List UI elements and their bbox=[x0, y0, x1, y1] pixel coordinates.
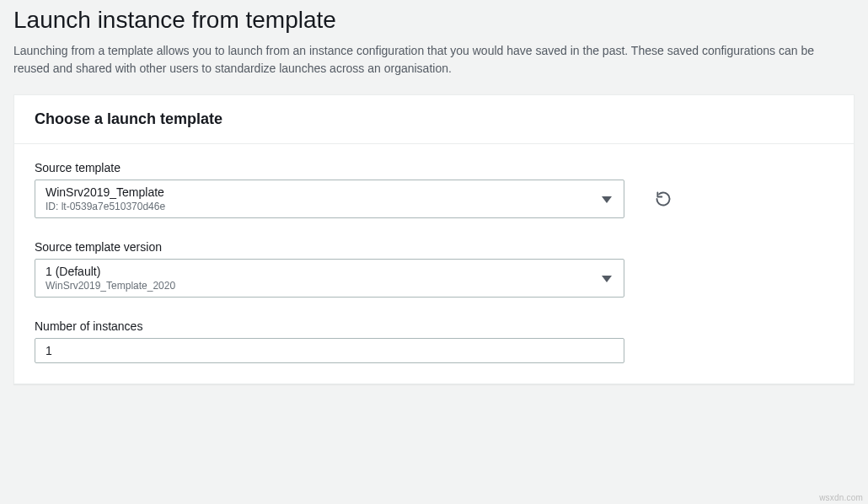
page-title: Launch instance from template bbox=[13, 7, 855, 34]
number-of-instances-field: Number of instances bbox=[35, 319, 833, 363]
source-template-field: Source template WinSrv2019_Template ID: … bbox=[35, 161, 833, 218]
number-of-instances-input[interactable] bbox=[35, 338, 624, 363]
source-template-select[interactable]: WinSrv2019_Template ID: lt-0539a7e510370… bbox=[35, 180, 624, 218]
source-template-version-value: 1 (Default) bbox=[46, 265, 593, 278]
page-description: Launching from a template allows you to … bbox=[13, 42, 839, 78]
caret-down-icon bbox=[602, 191, 612, 206]
choose-launch-template-panel: Choose a launch template Source template… bbox=[13, 94, 855, 384]
source-template-value: WinSrv2019_Template bbox=[46, 185, 593, 199]
number-of-instances-label: Number of instances bbox=[35, 319, 833, 333]
panel-header: Choose a launch template bbox=[14, 95, 854, 144]
source-template-label: Source template bbox=[35, 161, 833, 174]
svg-marker-0 bbox=[602, 196, 612, 203]
source-template-id: ID: lt-0539a7e510370d46e bbox=[46, 201, 593, 212]
watermark: wsxdn.com bbox=[819, 493, 863, 502]
panel-title: Choose a launch template bbox=[35, 110, 833, 128]
panel-body: Source template WinSrv2019_Template ID: … bbox=[14, 144, 854, 383]
source-template-version-select[interactable]: 1 (Default) WinSrv2019_Template_2020 bbox=[35, 259, 624, 298]
source-template-version-label: Source template version bbox=[35, 240, 833, 254]
caret-down-icon bbox=[602, 271, 612, 286]
refresh-button[interactable] bbox=[650, 185, 677, 212]
svg-marker-1 bbox=[602, 276, 612, 282]
source-template-version-subvalue: WinSrv2019_Template_2020 bbox=[46, 280, 593, 292]
refresh-icon bbox=[655, 190, 672, 207]
source-template-version-field: Source template version 1 (Default) WinS… bbox=[35, 240, 833, 298]
